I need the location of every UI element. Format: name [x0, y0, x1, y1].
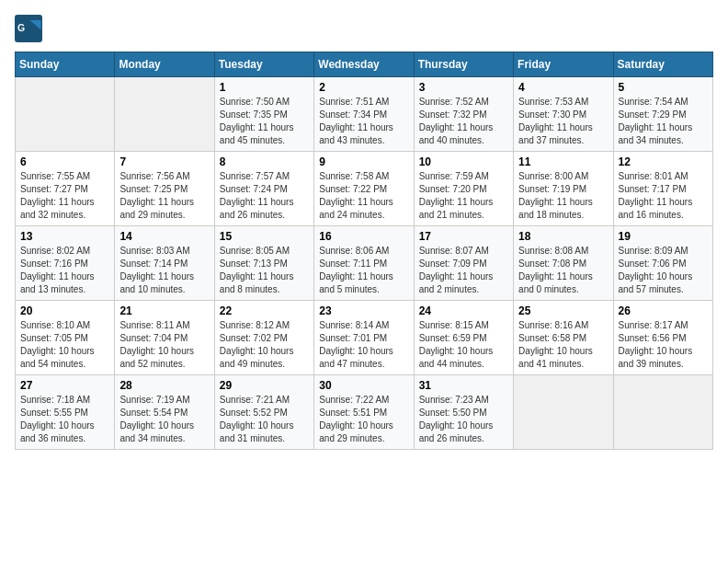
col-monday: Monday [115, 52, 214, 77]
day-content: Sunrise: 7:54 AM Sunset: 7:29 PM Dayligh… [619, 96, 708, 147]
col-friday: Friday [514, 52, 613, 77]
col-sunday: Sunday [16, 52, 115, 77]
day-content: Sunrise: 8:03 AM Sunset: 7:14 PM Dayligh… [119, 245, 209, 296]
day-content: Sunrise: 8:01 AM Sunset: 7:17 PM Dayligh… [619, 170, 708, 222]
day-number: 24 [419, 304, 508, 317]
day-content: Sunrise: 8:05 AM Sunset: 7:13 PM Dayligh… [220, 245, 309, 296]
day-number: 20 [20, 304, 109, 317]
calendar-cell [514, 375, 613, 450]
day-number: 4 [518, 81, 608, 94]
day-number: 8 [220, 155, 309, 168]
day-content: Sunrise: 8:14 AM Sunset: 7:01 PM Dayligh… [319, 319, 408, 371]
day-content: Sunrise: 8:09 AM Sunset: 7:06 PM Dayligh… [619, 245, 708, 296]
day-content: Sunrise: 8:06 AM Sunset: 7:11 PM Dayligh… [319, 245, 408, 296]
calendar-cell: 27Sunrise: 7:18 AM Sunset: 5:55 PM Dayli… [16, 375, 115, 450]
day-content: Sunrise: 7:18 AM Sunset: 5:55 PM Dayligh… [20, 394, 109, 445]
day-content: Sunrise: 8:00 AM Sunset: 7:19 PM Dayligh… [518, 170, 608, 222]
day-number: 15 [220, 230, 309, 243]
calendar-cell: 30Sunrise: 7:22 AM Sunset: 5:51 PM Dayli… [314, 375, 414, 450]
calendar-cell: 22Sunrise: 8:12 AM Sunset: 7:02 PM Dayli… [214, 301, 313, 375]
day-number: 29 [220, 379, 309, 392]
calendar-cell: 14Sunrise: 8:03 AM Sunset: 7:14 PM Dayli… [115, 226, 214, 301]
day-number: 2 [319, 81, 408, 94]
day-content: Sunrise: 8:10 AM Sunset: 7:05 PM Dayligh… [20, 319, 109, 371]
day-number: 22 [220, 304, 309, 317]
calendar-cell: 16Sunrise: 8:06 AM Sunset: 7:11 PM Dayli… [314, 226, 414, 301]
day-content: Sunrise: 7:57 AM Sunset: 7:24 PM Dayligh… [220, 170, 309, 222]
day-content: Sunrise: 7:59 AM Sunset: 7:20 PM Dayligh… [419, 170, 508, 222]
col-saturday: Saturday [613, 52, 712, 77]
calendar-week-row: 27Sunrise: 7:18 AM Sunset: 5:55 PM Dayli… [16, 375, 713, 450]
col-wednesday: Wednesday [314, 52, 414, 77]
day-content: Sunrise: 7:23 AM Sunset: 5:50 PM Dayligh… [419, 394, 508, 445]
calendar-week-row: 1Sunrise: 7:50 AM Sunset: 7:35 PM Daylig… [16, 77, 713, 152]
day-content: Sunrise: 7:51 AM Sunset: 7:34 PM Dayligh… [319, 96, 408, 147]
logo: G [15, 15, 46, 42]
day-number: 9 [319, 155, 408, 168]
calendar-cell: 4Sunrise: 7:53 AM Sunset: 7:30 PM Daylig… [514, 77, 613, 152]
day-number: 11 [518, 155, 608, 168]
calendar-cell: 5Sunrise: 7:54 AM Sunset: 7:29 PM Daylig… [613, 77, 712, 152]
calendar-cell: 1Sunrise: 7:50 AM Sunset: 7:35 PM Daylig… [214, 77, 313, 152]
day-content: Sunrise: 8:17 AM Sunset: 6:56 PM Dayligh… [619, 319, 708, 371]
calendar-cell: 17Sunrise: 8:07 AM Sunset: 7:09 PM Dayli… [414, 226, 513, 301]
calendar-cell: 15Sunrise: 8:05 AM Sunset: 7:13 PM Dayli… [214, 226, 313, 301]
calendar-cell: 29Sunrise: 7:21 AM Sunset: 5:52 PM Dayli… [214, 375, 313, 450]
calendar-cell: 19Sunrise: 8:09 AM Sunset: 7:06 PM Dayli… [613, 226, 712, 301]
calendar-cell: 20Sunrise: 8:10 AM Sunset: 7:05 PM Dayli… [16, 301, 115, 375]
day-number: 18 [518, 230, 608, 243]
svg-text:G: G [17, 22, 25, 33]
day-number: 25 [518, 304, 608, 317]
calendar-cell [115, 77, 214, 152]
page-header: G [15, 15, 713, 42]
col-tuesday: Tuesday [214, 52, 313, 77]
calendar-cell: 21Sunrise: 8:11 AM Sunset: 7:04 PM Dayli… [115, 301, 214, 375]
logo-icon: G [15, 15, 42, 42]
day-content: Sunrise: 8:16 AM Sunset: 6:58 PM Dayligh… [518, 319, 608, 371]
day-content: Sunrise: 7:50 AM Sunset: 7:35 PM Dayligh… [220, 96, 309, 147]
day-number: 12 [619, 155, 708, 168]
calendar-header-row: Sunday Monday Tuesday Wednesday Thursday… [16, 52, 713, 77]
day-content: Sunrise: 7:21 AM Sunset: 5:52 PM Dayligh… [220, 394, 309, 445]
calendar-cell: 18Sunrise: 8:08 AM Sunset: 7:08 PM Dayli… [514, 226, 613, 301]
day-number: 19 [619, 230, 708, 243]
day-content: Sunrise: 8:08 AM Sunset: 7:08 PM Dayligh… [518, 245, 608, 296]
calendar-cell [16, 77, 115, 152]
day-number: 26 [619, 304, 708, 317]
day-content: Sunrise: 8:12 AM Sunset: 7:02 PM Dayligh… [220, 319, 309, 371]
day-content: Sunrise: 7:58 AM Sunset: 7:22 PM Dayligh… [319, 170, 408, 222]
calendar-table: Sunday Monday Tuesday Wednesday Thursday… [15, 52, 713, 450]
day-number: 30 [319, 379, 408, 392]
calendar-cell: 26Sunrise: 8:17 AM Sunset: 6:56 PM Dayli… [613, 301, 712, 375]
calendar-cell: 2Sunrise: 7:51 AM Sunset: 7:34 PM Daylig… [314, 77, 414, 152]
day-number: 3 [419, 81, 508, 94]
day-number: 6 [20, 155, 109, 168]
calendar-cell: 6Sunrise: 7:55 AM Sunset: 7:27 PM Daylig… [16, 152, 115, 226]
day-number: 13 [20, 230, 109, 243]
calendar-cell: 28Sunrise: 7:19 AM Sunset: 5:54 PM Dayli… [115, 375, 214, 450]
day-content: Sunrise: 7:55 AM Sunset: 7:27 PM Dayligh… [20, 170, 109, 222]
day-number: 17 [419, 230, 508, 243]
calendar-cell [613, 375, 712, 450]
calendar-cell: 3Sunrise: 7:52 AM Sunset: 7:32 PM Daylig… [414, 77, 513, 152]
day-content: Sunrise: 7:52 AM Sunset: 7:32 PM Dayligh… [419, 96, 508, 147]
calendar-cell: 31Sunrise: 7:23 AM Sunset: 5:50 PM Dayli… [414, 375, 513, 450]
calendar-cell: 23Sunrise: 8:14 AM Sunset: 7:01 PM Dayli… [314, 301, 414, 375]
day-number: 21 [119, 304, 209, 317]
day-number: 5 [619, 81, 708, 94]
calendar-week-row: 13Sunrise: 8:02 AM Sunset: 7:16 PM Dayli… [16, 226, 713, 301]
calendar-week-row: 6Sunrise: 7:55 AM Sunset: 7:27 PM Daylig… [16, 152, 713, 226]
calendar-cell: 7Sunrise: 7:56 AM Sunset: 7:25 PM Daylig… [115, 152, 214, 226]
day-content: Sunrise: 8:15 AM Sunset: 6:59 PM Dayligh… [419, 319, 508, 371]
calendar-cell: 9Sunrise: 7:58 AM Sunset: 7:22 PM Daylig… [314, 152, 414, 226]
calendar-cell: 11Sunrise: 8:00 AM Sunset: 7:19 PM Dayli… [514, 152, 613, 226]
calendar-cell: 8Sunrise: 7:57 AM Sunset: 7:24 PM Daylig… [214, 152, 313, 226]
col-thursday: Thursday [414, 52, 513, 77]
day-content: Sunrise: 7:22 AM Sunset: 5:51 PM Dayligh… [319, 394, 408, 445]
day-content: Sunrise: 8:11 AM Sunset: 7:04 PM Dayligh… [119, 319, 209, 371]
calendar-week-row: 20Sunrise: 8:10 AM Sunset: 7:05 PM Dayli… [16, 301, 713, 375]
day-number: 31 [419, 379, 508, 392]
day-number: 23 [319, 304, 408, 317]
calendar-cell: 10Sunrise: 7:59 AM Sunset: 7:20 PM Dayli… [414, 152, 513, 226]
day-number: 1 [220, 81, 309, 94]
